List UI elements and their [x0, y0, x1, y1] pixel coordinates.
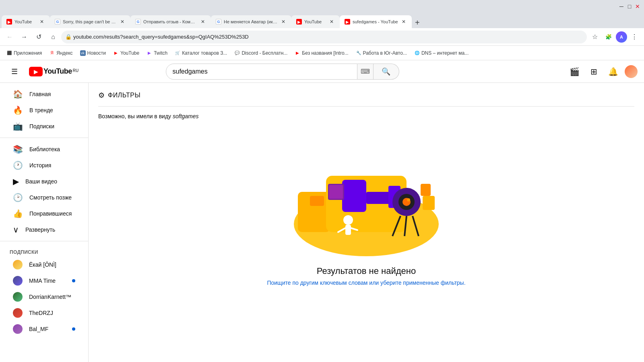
- filters-bar: ⚙ ФИЛЬТРЫ: [98, 91, 634, 107]
- sidebar-item-your-videos[interactable]: ▶ Ваши видео: [3, 173, 85, 189]
- svg-rect-3: [342, 180, 366, 212]
- sidebar-item-history[interactable]: 🕐 История: [3, 157, 85, 173]
- back-button[interactable]: ←: [3, 31, 16, 43]
- search-button[interactable]: 🔍: [374, 64, 399, 80]
- bookmark-twitch[interactable]: ▶ Twitch: [143, 49, 171, 58]
- hamburger-menu-button[interactable]: ☰: [6, 64, 23, 80]
- bookmark-yandex[interactable]: Я Яндекс: [46, 49, 76, 58]
- keyboard-button[interactable]: ⌨: [357, 64, 374, 80]
- tab-label-3: Отправить отзыв - Компьютер...: [143, 19, 197, 24]
- svg-point-9: [407, 198, 410, 202]
- sidebar-trending-label: В тренде: [29, 107, 53, 113]
- sub-label-1: MMA Time: [29, 278, 56, 284]
- sidebar-item-liked[interactable]: 👍 Понравившиеся: [3, 206, 85, 222]
- header-right-actions: 🎬 ⊞ 🔔: [567, 64, 638, 80]
- svg-rect-18: [329, 185, 343, 199]
- new-tab-button[interactable]: +: [412, 17, 423, 28]
- more-button[interactable]: ⋮: [628, 31, 641, 43]
- bookmark-intro[interactable]: ▶ Без названия [Intro...: [291, 49, 351, 58]
- youtube-logo-icon: ▶: [29, 67, 43, 76]
- create-video-button[interactable]: 🎬: [567, 64, 583, 80]
- bookmark-dns[interactable]: 🌐 DNS – интернет ма...: [411, 49, 472, 58]
- svg-rect-20: [423, 196, 435, 210]
- no-results-subtitle: Поищите по другим ключевым словам или уб…: [267, 280, 465, 286]
- bookmark-discord-label: Discord - Бесплатн...: [242, 50, 287, 56]
- tab-close-6[interactable]: ✕: [400, 19, 407, 25]
- bookmark-vk[interactable]: vk Новости: [77, 49, 109, 58]
- subscription-item-2[interactable]: DorrianKarnett™: [3, 289, 85, 305]
- sidebar-liked-label: Понравившиеся: [29, 210, 72, 217]
- tab-label-6: sufedgames - YouTube: [353, 19, 398, 24]
- close-button[interactable]: ✕: [634, 3, 641, 10]
- sidebar-item-expand[interactable]: ∨ Развернуть: [3, 222, 85, 238]
- dns-icon: 🌐: [414, 50, 420, 56]
- sidebar-subscriptions-label: Подписки: [29, 123, 54, 130]
- sub-avatar-1: [13, 276, 23, 286]
- tab-close-2[interactable]: ✕: [119, 19, 126, 25]
- tab-favicon-3: G: [135, 19, 141, 25]
- sidebar-your-videos-label: Ваши видео: [25, 178, 57, 185]
- subscription-item-3[interactable]: TheDRZJ: [3, 305, 85, 321]
- search-input[interactable]: [166, 64, 357, 80]
- browser-tab-5[interactable]: ▶ YouTube ✕: [291, 15, 340, 28]
- sidebar-divider-2: [0, 241, 88, 241]
- address-bar-wrap: 🔒: [61, 31, 587, 43]
- bookmark-shop-label: Каталог товаров З...: [182, 50, 227, 56]
- reload-button[interactable]: ↺: [32, 31, 45, 43]
- forward-button[interactable]: →: [18, 31, 31, 43]
- bookmark-button[interactable]: ☆: [588, 31, 601, 43]
- maximize-button[interactable]: □: [626, 3, 633, 10]
- suggestion-link[interactable]: softgames: [173, 113, 199, 119]
- bookmark-discord[interactable]: 💬 Discord - Бесплатн...: [231, 49, 291, 58]
- shop-icon: 🛒: [175, 50, 180, 56]
- tab-favicon-2: G: [55, 19, 60, 25]
- minimize-button[interactable]: ─: [618, 3, 625, 10]
- sidebar-item-library[interactable]: 📚 Библиотека: [3, 141, 85, 157]
- subscription-item-1[interactable]: MMA Time: [3, 273, 85, 289]
- tabs-bar: ▶ YouTube ✕ G Sorry, this page can't be …: [0, 13, 644, 28]
- bookmark-apps[interactable]: ⬛ Приложения: [3, 49, 45, 58]
- subscription-item-0[interactable]: Ёкай [ÔNÌ]: [3, 257, 85, 273]
- extension-button[interactable]: 🧩: [602, 31, 615, 43]
- tab-close-5[interactable]: ✕: [328, 19, 335, 25]
- bookmark-twitch-label: Twitch: [154, 50, 167, 56]
- bookmarks-bar: ⬛ Приложения Я Яндекс vk Новости ▶ YouTu…: [0, 46, 644, 60]
- youtube-sidebar: 🏠 Главная 🔥 В тренде 📺 Подписки 📚 Библио…: [0, 83, 89, 362]
- sidebar-item-trending[interactable]: 🔥 В тренде: [3, 102, 85, 118]
- address-input[interactable]: [61, 31, 587, 43]
- apps-grid-button[interactable]: ⊞: [586, 64, 602, 80]
- subscription-item-4[interactable]: Bal_MF: [3, 321, 85, 337]
- browser-tab-4[interactable]: G Не меняется Аватар (иконка... ✕: [211, 15, 291, 28]
- browser-tab-3[interactable]: G Отправить отзыв - Компьютер... ✕: [130, 15, 211, 28]
- bookmark-youtube-label: YouTube: [120, 50, 139, 56]
- bookmark-youtube[interactable]: ▶ YouTube: [110, 49, 142, 58]
- tab-favicon-5: ▶: [296, 19, 302, 25]
- sidebar-item-watch-later[interactable]: 🕑 Смотреть позже: [3, 189, 85, 206]
- tab-close-3[interactable]: ✕: [200, 19, 206, 25]
- browser-tab-6[interactable]: ▶ sufedgames - YouTube ✕: [340, 15, 412, 28]
- notifications-button[interactable]: 🔔: [605, 64, 621, 80]
- youtube-page: ☰ ▶ YouTube RU ⌨ 🔍 🎬 ⊞ 🔔: [0, 60, 644, 362]
- yandex-icon: Я: [49, 50, 55, 56]
- subscriptions-icon: 📺: [13, 121, 23, 131]
- title-bar: ─ □ ✕: [0, 0, 644, 13]
- bookmark-shop[interactable]: 🛒 Каталог товаров З...: [171, 49, 230, 58]
- bookmark-work[interactable]: 🔧 Работа в Юг-Авто...: [353, 49, 410, 58]
- user-avatar[interactable]: [625, 65, 638, 78]
- profile-button[interactable]: А: [616, 31, 627, 43]
- browser-tab-1[interactable]: ▶ YouTube ✕: [2, 15, 50, 28]
- sidebar-item-subscriptions[interactable]: 📺 Подписки: [3, 118, 85, 134]
- browser-tab-2[interactable]: G Sorry, this page can't be found... ✕: [50, 15, 130, 28]
- tab-close-1[interactable]: ✕: [39, 19, 45, 25]
- suggestion-text: Возможно, вы имели в виду softgames: [98, 113, 634, 119]
- trending-icon: 🔥: [13, 105, 23, 115]
- youtube-bm-icon: ▶: [113, 50, 119, 56]
- tab-close-4[interactable]: ✕: [280, 19, 287, 25]
- tab-label-4: Не меняется Аватар (иконка...: [224, 19, 278, 24]
- subscription-dot-4: [72, 327, 75, 331]
- home-button[interactable]: ⌂: [47, 31, 60, 43]
- subscriptions-section-title: ПОДПИСКИ: [0, 245, 88, 257]
- youtube-logo[interactable]: ▶ YouTube RU: [29, 67, 78, 76]
- tab-label-5: YouTube: [304, 19, 326, 24]
- sidebar-item-home[interactable]: 🏠 Главная: [3, 86, 85, 102]
